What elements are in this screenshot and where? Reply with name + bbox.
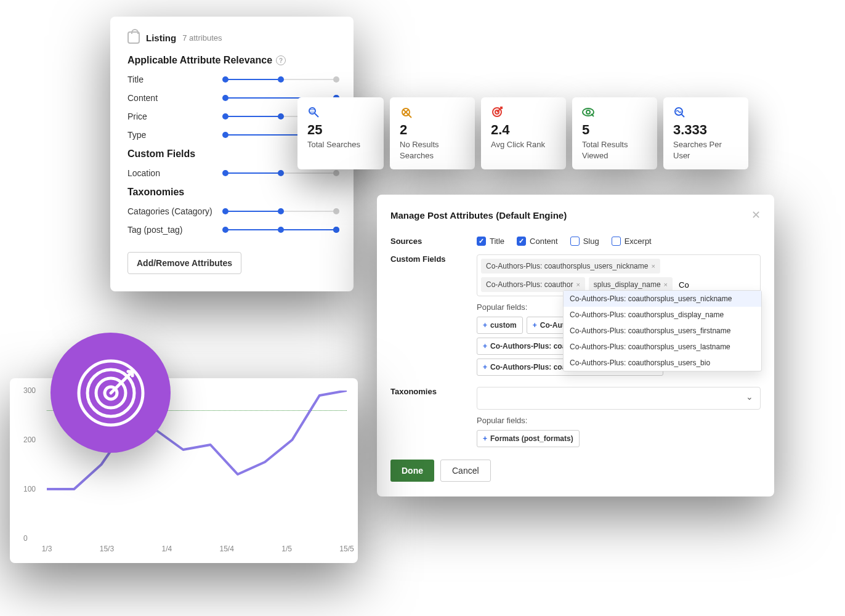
bag-icon [127, 31, 140, 44]
manage-header: Manage Post Attributes (Default Engine) … [390, 208, 761, 222]
tag-remove-icon[interactable]: × [664, 281, 668, 288]
slider-row: Title [127, 75, 336, 84]
checkbox-label: Title [490, 237, 504, 246]
plus-icon: + [483, 342, 487, 351]
listing-header: Listing 7 attributes [127, 31, 336, 44]
source-checkbox[interactable]: Title [477, 237, 504, 246]
close-icon[interactable]: ✕ [751, 208, 761, 222]
taxonomies-row: Taxonomies Popular fields: + Formats (po… [390, 387, 761, 447]
stat-value: 2.4 [491, 122, 556, 138]
svg-line-1 [315, 113, 318, 117]
dropdown-item[interactable]: Co-Authors-Plus: coauthorsplus_users_nic… [564, 291, 761, 307]
custom-fields-row: Custom Fields Co-Authors-Plus: coauthors… [390, 254, 761, 376]
stat-card: 5 Total Results Viewed [572, 97, 657, 169]
section-taxonomies: Taxonomies [127, 187, 336, 198]
manage-button-row: Done Cancel [390, 460, 761, 482]
tag-remove-icon[interactable]: × [651, 262, 655, 270]
slider-label: Tag (post_tag) [127, 225, 183, 235]
slider-label: Title [127, 75, 144, 84]
checkbox-label: Content [530, 237, 558, 246]
plus-icon: + [533, 321, 537, 330]
slider-row: Catagories (Catagory) [127, 206, 336, 216]
popular-taxonomies: + Formats (post_formats) [477, 430, 761, 447]
stat-card: 25 Total Searches [297, 97, 384, 169]
radar-badge [51, 333, 171, 453]
relevance-slider[interactable] [225, 208, 336, 214]
taxonomies-select-wrap [477, 387, 761, 410]
stat-icon [673, 106, 685, 118]
slider-label: Catagories (Catagory) [127, 206, 212, 216]
autocomplete-dropdown: Co-Authors-Plus: coauthorsplus_users_nic… [563, 290, 762, 371]
taxonomies-label: Taxonomies [390, 387, 477, 396]
popular-field-pill[interactable]: + Formats (post_formats) [477, 430, 580, 447]
slider-row: Location [127, 168, 336, 178]
manage-post-attributes-panel: Manage Post Attributes (Default Engine) … [377, 195, 774, 496]
stat-icon [491, 106, 503, 118]
checkbox-icon [570, 237, 580, 246]
custom-fields-label: Custom Fields [390, 254, 477, 264]
slider-label: Content [127, 93, 158, 103]
stat-label: Avg Click Rank [491, 139, 556, 150]
slider-label: Location [127, 168, 160, 178]
section-label: Applicable Attribute Relevance [127, 55, 272, 66]
tag-remove-icon[interactable]: × [576, 281, 580, 288]
source-checkbox[interactable]: Excerpt [612, 237, 652, 246]
dropdown-item[interactable]: Co-Authors-Plus: coauthorsplus_users_bio [564, 355, 761, 371]
section-label: Custom Fields [127, 148, 195, 160]
stat-value: 5 [582, 122, 647, 138]
sources-row: Sources TitleContentSlugExcerpt [390, 237, 761, 246]
y-axis-tick: 200 [23, 436, 36, 444]
y-axis-tick: 0 [23, 534, 28, 543]
x-axis-tick: 1/5 [281, 545, 292, 553]
popular-field-pill[interactable]: + custom [477, 317, 523, 334]
stat-label: Total Searches [307, 139, 374, 150]
cancel-button[interactable]: Cancel [440, 460, 491, 482]
attribute-count: 7 attributes [182, 33, 222, 43]
sources-label: Sources [390, 237, 477, 246]
x-axis-tick: 1/4 [161, 545, 172, 553]
popular-taxonomies-label: Popular fields: [477, 416, 761, 425]
section-label: Taxonomies [127, 187, 184, 198]
plus-icon: + [483, 363, 487, 371]
stat-label: Searches Per User [673, 139, 738, 161]
add-remove-attributes-button[interactable]: Add/Remove Attributes [127, 252, 241, 274]
stats-row: 25 Total Searches 2 No Results Searches … [297, 97, 748, 169]
stat-value: 3.333 [673, 122, 738, 138]
slider-row: Tag (post_tag) [127, 225, 336, 235]
stat-label: No Results Searches [400, 139, 465, 161]
help-icon[interactable]: ? [276, 55, 286, 65]
plus-icon: + [483, 434, 487, 443]
x-axis-tick: 1/3 [42, 545, 52, 553]
stat-value: 25 [307, 122, 374, 138]
relevance-slider[interactable] [225, 170, 336, 176]
checkbox-icon [477, 237, 486, 246]
stat-card: 2 No Results Searches [390, 97, 475, 169]
done-button[interactable]: Done [390, 460, 434, 482]
stat-label: Total Results Viewed [582, 139, 647, 161]
dropdown-item[interactable]: Co-Authors-Plus: coauthorsplus_users_fir… [564, 323, 761, 339]
svg-point-11 [586, 110, 590, 114]
checkbox-label: Excerpt [625, 237, 652, 246]
checkbox-label: Slug [583, 237, 599, 246]
svg-line-5 [408, 115, 411, 118]
relevance-slider[interactable] [225, 76, 336, 83]
svg-point-0 [309, 108, 315, 114]
stat-card: 3.333 Searches Per User [663, 97, 748, 169]
stat-icon [400, 106, 412, 118]
x-axis-tick: 15/5 [339, 545, 354, 553]
checkbox-icon [517, 237, 526, 246]
stat-icon [582, 106, 594, 118]
slider-label: Type [127, 130, 146, 140]
relevance-slider[interactable] [225, 227, 336, 233]
source-checkbox[interactable]: Slug [570, 237, 599, 246]
custom-field-tag: Co-Authors-Plus: coauthorsplus_users_nic… [481, 259, 660, 274]
dropdown-item[interactable]: Co-Authors-Plus: coauthorsplus_users_las… [564, 339, 761, 355]
slider-label: Price [127, 111, 147, 121]
dropdown-item[interactable]: Co-Authors-Plus: coauthorsplus_display_n… [564, 307, 761, 323]
checkbox-icon [612, 237, 621, 246]
source-checkbox[interactable]: Content [517, 237, 558, 246]
popular-field-pill[interactable]: + Co-Authors-Plus: coau [477, 338, 577, 355]
x-axis-tick: 15/4 [220, 545, 234, 553]
listing-title: Listing [146, 33, 176, 43]
taxonomies-select[interactable] [477, 387, 761, 410]
